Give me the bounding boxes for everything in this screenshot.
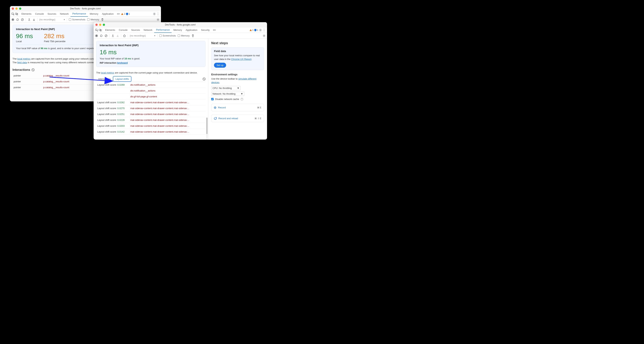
record-action[interactable]: Record ⌘ E (211, 104, 264, 111)
more-tabs-icon[interactable]: >> (116, 12, 120, 15)
window-title: DevTools - fonts.google.com/ (10, 7, 161, 10)
no-entry-icon[interactable] (32, 68, 34, 71)
field-data-link[interactable]: field data (17, 61, 27, 64)
recordings-dropdown[interactable]: (no recordings)▾ (39, 18, 65, 21)
settings-icon[interactable] (153, 12, 156, 15)
inp-interaction-link[interactable]: keyboard (117, 61, 128, 64)
issues-badge[interactable]: 1 (126, 12, 130, 15)
trash-icon[interactable] (192, 34, 194, 37)
tab-memory[interactable]: Memory (88, 11, 100, 17)
svg-point-3 (154, 13, 155, 14)
table-row[interactable]: Layout shift score: 0.0282mat-sidenav-co… (96, 100, 206, 105)
more-icon[interactable]: ⋮ (156, 12, 160, 15)
disable-cache-checkbox[interactable] (211, 98, 214, 100)
tab-console[interactable]: Console (117, 27, 130, 33)
window-title: DevTools - fonts.google.com/ (94, 23, 267, 26)
device-toolbar-icon[interactable] (99, 29, 102, 31)
more-icon[interactable]: ⋮ (263, 29, 266, 31)
inp-description: Your local INP value of 16 ms is good. (100, 57, 202, 60)
setup-button[interactable]: Set up (214, 63, 226, 68)
more-tabs-icon[interactable]: >> (212, 29, 216, 31)
download-icon[interactable] (116, 34, 119, 37)
main-tabbar: ElementsConsoleSourcesNetworkPerformance… (94, 27, 267, 33)
tab-application[interactable]: Application (100, 11, 116, 17)
reload-icon[interactable] (16, 18, 19, 21)
table-row[interactable]: div.notification__actions (96, 88, 206, 94)
issues-badge[interactable]: 1 (254, 29, 258, 31)
tab-layout-shifts[interactable]: Layout shifts (113, 76, 132, 82)
network-throttle-select[interactable]: Network: No throttling▼ (211, 92, 244, 96)
tab-elements[interactable]: Elements (103, 27, 117, 33)
record-icon[interactable] (12, 18, 14, 21)
panel-settings-icon[interactable] (263, 34, 266, 37)
tab-console[interactable]: Console (33, 11, 46, 17)
tab-elements[interactable]: Elements (20, 11, 33, 17)
table-row[interactable]: Layout shift score: 0.0228mat-sidenav-co… (96, 117, 206, 123)
perf-main: Interaction to Next Paint (INP) 16 ms Yo… (94, 39, 208, 140)
table-row[interactable]: Layout shift score: 0.0269div.notificati… (96, 82, 206, 88)
svg-point-7 (158, 19, 158, 20)
titlebar: DevTools - fonts.google.com/ (10, 6, 161, 11)
table-row[interactable]: Layout shift score: 0.0251mat-sidenav-co… (96, 111, 206, 117)
trash-icon[interactable] (101, 18, 104, 21)
field-data-card: Field data See how your local metrics co… (211, 47, 264, 70)
inspect-icon[interactable] (95, 29, 98, 31)
download-icon[interactable] (32, 18, 36, 21)
clear-icon[interactable] (21, 18, 24, 21)
local-metrics-link[interactable]: local metrics (101, 71, 114, 74)
table-row[interactable]: Layout shift score: 0.0203mat-sidenav-co… (96, 123, 206, 129)
tab-performance[interactable]: Performance (154, 27, 172, 33)
tab-network[interactable]: Network (58, 11, 71, 17)
svg-point-15 (264, 35, 264, 36)
screenshots-checkbox[interactable]: Screenshots (69, 18, 85, 21)
device-toolbar-icon[interactable] (15, 12, 18, 15)
no-entry-icon[interactable] (202, 77, 206, 80)
panel-settings-icon[interactable] (156, 18, 160, 21)
titlebar: DevTools - fonts.google.com/ (94, 22, 267, 27)
memory-checkbox[interactable]: Memory (87, 18, 99, 21)
crux-link[interactable]: Chrome UX Report (231, 58, 252, 60)
recordings-dropdown[interactable]: (no recordings)▾ (130, 34, 156, 37)
tab-memory[interactable]: Memory (172, 27, 184, 33)
screenshots-checkbox[interactable]: Screenshots (159, 34, 176, 37)
tab-sources[interactable]: Sources (46, 11, 58, 17)
svg-point-11 (260, 29, 261, 30)
inp-field-value: 282 ms (44, 32, 66, 40)
clear-icon[interactable] (104, 34, 108, 37)
sidebar-heading: Next steps (211, 41, 264, 45)
table-row[interactable]: div.gf-full-page.gf-content (96, 94, 206, 100)
tab-interactions[interactable]: Interactions (96, 76, 113, 81)
inp-title: Interaction to Next Paint (INP) (100, 44, 202, 47)
record-icon (214, 106, 216, 109)
tab-security[interactable]: Security (199, 27, 212, 33)
record-reload-action[interactable]: Record and reload ⌘ ⇧ E (211, 115, 264, 122)
tab-sources[interactable]: Sources (130, 27, 142, 33)
home-icon[interactable] (123, 34, 126, 37)
upload-icon[interactable] (28, 18, 31, 21)
inp-card: Interaction to Next Paint (INP) 16 ms Yo… (96, 41, 206, 67)
table-row[interactable]: Layout shift score: 0.0270mat-sidenav-co… (96, 105, 206, 111)
record-icon[interactable] (95, 34, 98, 37)
upload-icon[interactable] (112, 34, 114, 37)
inspect-icon[interactable] (12, 12, 14, 15)
cpu-throttle-select[interactable]: CPU: No throttling▼ (211, 86, 240, 90)
help-icon[interactable]: ? (240, 98, 243, 100)
inp-local-label: Local (16, 40, 33, 43)
settings-icon[interactable] (259, 29, 262, 31)
tab-performance[interactable]: Performance (70, 11, 88, 17)
scrollbar-thumb[interactable] (206, 117, 208, 134)
tab-application[interactable]: Application (184, 27, 199, 33)
layout-shifts-table: Layout shift score: 0.0269div.notificati… (96, 82, 206, 135)
main-tabbar: ElementsConsoleSourcesNetworkPerformance… (10, 11, 161, 17)
perf-toolbar: (no recordings)▾ Screenshots Memory (94, 33, 267, 39)
warnings-badge[interactable]: 1 (250, 29, 254, 31)
memory-checkbox[interactable]: Memory (178, 34, 190, 37)
svg-point-13 (96, 35, 97, 36)
svg-point-5 (12, 19, 14, 20)
table-row[interactable]: Layout shift score: 0.0142mat-sidenav-co… (96, 129, 206, 135)
tab-network[interactable]: Network (142, 27, 154, 33)
warnings-badge[interactable]: 2 (121, 12, 125, 15)
inp-local-value: 96 ms (16, 32, 33, 40)
local-metrics-link[interactable]: local metrics (17, 57, 30, 60)
reload-icon[interactable] (100, 34, 103, 37)
